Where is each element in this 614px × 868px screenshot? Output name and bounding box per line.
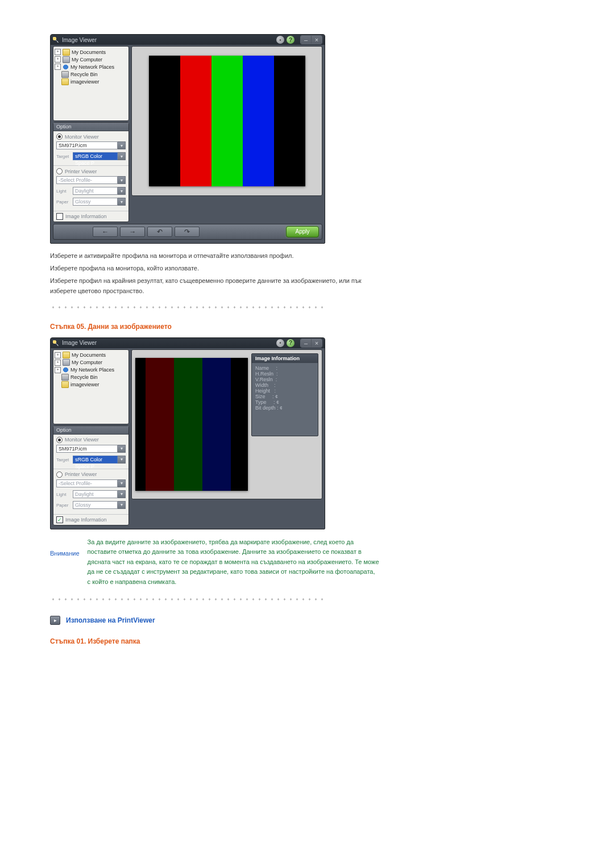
test-pattern-image (149, 56, 305, 186)
window-title: Image Viewer (62, 37, 97, 43)
monitor-profile-select[interactable]: SM971P.icm ▾ (56, 445, 126, 453)
chevron-down-icon[interactable]: ▾ (118, 141, 126, 149)
checkbox-icon[interactable] (56, 213, 63, 220)
monitor-viewer-radio[interactable]: Monitor Viewer (56, 133, 126, 140)
chevron-down-icon[interactable]: ▾ (118, 198, 126, 206)
image-information-toggle[interactable]: Image Information (53, 211, 128, 222)
expand-icon[interactable]: + (55, 64, 61, 70)
monitor-profile-value[interactable]: SM971P.icm (56, 141, 118, 149)
paper-value[interactable]: Glossy (73, 501, 118, 509)
target-label: Target (56, 457, 71, 462)
apply-button[interactable]: Apply (286, 226, 319, 237)
chevron-down-icon[interactable]: ▾ (118, 187, 126, 195)
paper-select[interactable]: Glossy ▾ (73, 198, 126, 206)
tree-item[interactable]: My Computer (72, 360, 102, 365)
help-icon[interactable]: ? (287, 339, 294, 347)
body-paragraph: Изберете профила на монитора, който изпо… (50, 263, 380, 273)
target-select[interactable]: sRGB Color Space P ▾ (73, 456, 126, 464)
light-select[interactable]: Daylight ▾ (73, 187, 126, 195)
tree-item[interactable]: My Network Places (70, 367, 114, 373)
tree-item[interactable]: imageviewer (70, 382, 99, 387)
option-panel: Option Monitor Viewer SM971P.icm ▾ Targe… (53, 122, 129, 222)
chevron-down-icon[interactable]: ▾ (118, 445, 126, 453)
target-label: Target (56, 154, 71, 159)
light-select[interactable]: Daylight ▾ (73, 490, 126, 498)
radio-icon[interactable] (56, 437, 63, 443)
folder-tree[interactable]: + My Documents + My Computer + My Networ… (53, 46, 129, 121)
tree-item[interactable]: My Network Places (70, 64, 114, 70)
image-information-title: Image Information (252, 354, 318, 363)
help-icon[interactable]: ? (287, 36, 294, 44)
tree-item[interactable]: Recycle Bin (70, 374, 98, 380)
light-label: Light (56, 492, 71, 497)
prev-button[interactable]: ← (93, 227, 118, 237)
expand-icon[interactable]: + (55, 49, 61, 55)
tree-item[interactable]: My Documents (72, 49, 106, 55)
monitor-viewer-radio[interactable]: Monitor Viewer (56, 437, 126, 443)
expand-icon[interactable]: + (55, 367, 61, 373)
chevron-down-icon[interactable]: ▾ (118, 456, 126, 464)
tree-item[interactable]: Recycle Bin (70, 72, 98, 77)
rotate-cw-button[interactable]: ↷ (175, 227, 200, 237)
tree-item[interactable]: My Computer (72, 57, 102, 62)
expand-icon[interactable]: + (55, 352, 61, 358)
image-information-toggle[interactable]: ✓ Image Information (53, 514, 128, 525)
printer-profile-select[interactable]: -Select Profile- ▾ (56, 176, 126, 184)
network-icon (63, 367, 69, 373)
rotate-ccw-button[interactable]: ↶ (147, 227, 172, 237)
section-heading: ▸ Използване на PrintViewer (50, 616, 614, 625)
light-value[interactable]: Daylight (73, 490, 118, 498)
target-value[interactable]: sRGB Color Space P (73, 152, 118, 160)
printer-profile-value[interactable]: -Select Profile- (56, 479, 118, 487)
printer-viewer-radio[interactable]: Printer Viewer (56, 168, 126, 174)
checkbox-icon[interactable]: ✓ (56, 516, 63, 523)
info-row: Bit depth : ¢ (255, 405, 314, 411)
target-select[interactable]: sRGB Color Space P ▾ (73, 152, 126, 160)
light-label: Light (56, 189, 71, 194)
chevron-down-icon[interactable]: ▾ (118, 176, 126, 184)
printer-profile-value[interactable]: -Select Profile- (56, 176, 118, 184)
monitor-profile-value[interactable]: SM971P.icm (56, 445, 118, 453)
paper-value[interactable]: Glossy (73, 198, 118, 206)
chevron-down-icon[interactable]: ▾ (118, 501, 126, 509)
chevron-down-icon[interactable]: ▾ (118, 490, 126, 498)
paper-select[interactable]: Glossy ▾ (73, 501, 126, 509)
tree-item[interactable]: imageviewer (70, 79, 99, 85)
radio-icon[interactable] (56, 471, 63, 478)
light-value[interactable]: Daylight (73, 187, 118, 195)
titlebar-button-settings[interactable]: • (276, 339, 284, 347)
printer-profile-select[interactable]: -Select Profile- ▾ (56, 479, 126, 487)
computer-icon (63, 359, 70, 366)
target-value[interactable]: sRGB Color Space P (73, 456, 118, 464)
close-button[interactable]: × (311, 339, 322, 347)
printer-viewer-label: Printer Viewer (65, 169, 97, 174)
image-canvas: Image Information Name : H.Resln : V.Res… (131, 349, 322, 499)
folder-tree[interactable]: + My Documents + My Computer + My Networ… (53, 349, 129, 424)
info-row: H.Resln : (255, 371, 314, 377)
divider (50, 598, 326, 601)
titlebar-button-settings[interactable]: • (276, 36, 284, 44)
image-information-label: Image Information (65, 517, 107, 523)
window-titlebar[interactable]: Image Viewer • ? – × (51, 338, 325, 348)
chevron-down-icon[interactable]: ▾ (118, 479, 126, 487)
printer-viewer-radio[interactable]: Printer Viewer (56, 471, 126, 478)
image-information-label: Image Information (65, 214, 107, 219)
recycle-bin-icon (61, 71, 69, 78)
info-row: Width : (255, 382, 314, 388)
radio-icon[interactable] (56, 168, 63, 174)
radio-icon[interactable] (56, 133, 63, 140)
expand-icon[interactable]: + (55, 360, 61, 366)
chevron-down-icon[interactable]: ▾ (118, 152, 126, 160)
option-header: Option (53, 426, 128, 435)
image-viewer-window-a: Image Viewer • ? – × + My Documents + (50, 34, 325, 244)
monitor-profile-select[interactable]: SM971P.icm ▾ (56, 141, 126, 149)
close-button[interactable]: × (311, 36, 322, 44)
next-button[interactable]: → (120, 227, 145, 237)
info-row: Name : (255, 365, 314, 371)
attention-label: Внимание (50, 537, 80, 587)
window-titlebar[interactable]: Image Viewer • ? – × (51, 35, 325, 45)
tree-item[interactable]: My Documents (72, 352, 106, 358)
minimize-button[interactable]: – (301, 339, 311, 347)
expand-icon[interactable]: + (55, 56, 61, 62)
minimize-button[interactable]: – (301, 36, 311, 44)
